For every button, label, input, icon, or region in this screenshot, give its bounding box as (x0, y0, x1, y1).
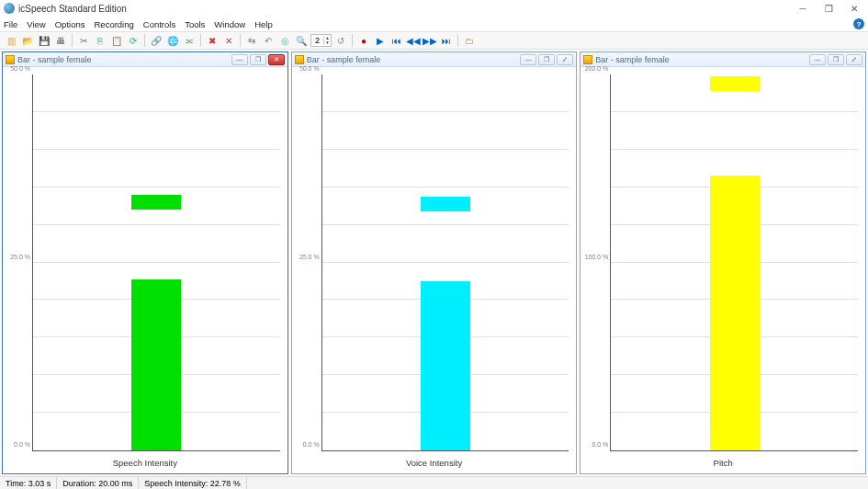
y-tick-label: 0.0 % (303, 441, 322, 448)
zoom-spinner[interactable]: 2 ▲▼ (310, 34, 332, 47)
panel-icon (6, 55, 15, 64)
new-icon[interactable]: ▥ (4, 33, 18, 48)
menu-view[interactable]: View (27, 19, 45, 29)
panel-title: Bar - sample female (307, 55, 518, 64)
chart-box: 0.0 %25.0 %50.0 % (32, 74, 280, 451)
chart-box: 0.0 %25.0 %50.0 % (321, 74, 569, 451)
menu-help[interactable]: Help (254, 19, 273, 29)
menu-file[interactable]: File (4, 19, 17, 29)
gridline (33, 262, 280, 263)
swap-icon[interactable]: ⇆ (244, 33, 259, 48)
chart-panel: Bar - sample female—❐✕0.0 %25.0 %50.0 %S… (2, 51, 288, 474)
skip-end-icon[interactable]: ⏭ (439, 33, 454, 48)
panel-maximize-button[interactable]: ❐ (250, 54, 266, 65)
folder-icon[interactable]: 🗀 (462, 33, 477, 48)
chart-area: 0.0 %25.0 %50.0 %Speech Intensity (3, 67, 287, 473)
y-tick-label: 0.0 % (14, 441, 33, 448)
chart-panel: Bar - sample female—❐⤢0.0 %25.0 %50.0 %V… (291, 51, 578, 474)
panel-maximize-button[interactable]: ❐ (828, 54, 844, 65)
chain-icon[interactable]: ⫘ (182, 33, 197, 48)
delete-icon[interactable]: ✖ (205, 33, 220, 48)
panel-title-bar: Bar - sample female—❐⤢ (581, 52, 865, 67)
undo-arrow-icon[interactable]: ↶ (261, 33, 276, 48)
panel-close-button[interactable]: ✕ (268, 54, 285, 65)
panel-minimize-button[interactable]: — (809, 54, 826, 65)
chart-panel: Bar - sample female—❐⤢0.0 %100.0 %200.0 … (580, 51, 866, 474)
zoom-icon[interactable]: 🔍 (294, 33, 309, 48)
menu-bar: File View Options Recording Controls Too… (0, 17, 868, 31)
panel-minimize-button[interactable]: — (520, 54, 536, 65)
gridline (322, 262, 569, 263)
toolbar-separator (144, 34, 145, 47)
panel-maximize-button[interactable]: ❐ (538, 54, 555, 65)
rewind-icon[interactable]: ◀◀ (406, 33, 421, 48)
gridline (322, 111, 569, 112)
minimize-button[interactable]: ─ (796, 2, 809, 15)
menu-window[interactable]: Window (214, 19, 245, 29)
save-icon[interactable]: 💾 (37, 33, 51, 48)
refresh-icon[interactable]: ⟳ (126, 33, 141, 48)
zoom-value: 2 (311, 36, 323, 45)
close-button[interactable]: ✕ (848, 2, 861, 15)
toolbar-separator (240, 34, 241, 47)
play-icon[interactable]: ▶ (373, 33, 388, 48)
toolbar-separator (457, 34, 458, 47)
status-intensity: Speech Intensity: 22.78 % (139, 477, 247, 489)
target-marker (131, 195, 181, 210)
x-axis-label: Speech Intensity (3, 458, 287, 468)
target-marker (710, 76, 760, 91)
chart-box: 0.0 %100.0 %200.0 % (610, 74, 858, 451)
panel-title-bar: Bar - sample female—❐⤢ (292, 52, 577, 67)
target-icon[interactable]: ◎ (277, 33, 292, 48)
toolbar-separator (200, 34, 201, 47)
y-tick-label: 50.0 % (10, 65, 33, 72)
panel-close-button[interactable]: ⤢ (846, 54, 862, 65)
data-bar (131, 279, 181, 451)
panel-icon (583, 55, 592, 64)
y-tick-label: 200.0 % (585, 65, 612, 72)
maximize-button[interactable]: ❐ (822, 2, 835, 15)
help-icon[interactable]: ? (853, 18, 864, 29)
panel-minimize-button[interactable]: — (231, 54, 248, 65)
status-duration: Duration: 20.00 ms (57, 477, 139, 489)
cut-icon[interactable]: ✂ (76, 33, 91, 48)
skip-start-icon[interactable]: ⏮ (389, 33, 404, 48)
y-tick-label: 50.0 % (299, 65, 322, 72)
toolbar: ▥ 📂 💾 🖶 ✂ ⎘ 📋 ⟳ 🔗 🌐 ⫘ ✖ ✕ ⇆ ↶ ◎ 🔍 2 ▲▼ ↺… (0, 31, 868, 50)
print-icon[interactable]: 🖶 (53, 33, 68, 48)
panel-title: Bar - sample female (595, 55, 806, 64)
copy-icon[interactable]: ⎘ (93, 33, 107, 48)
record-icon[interactable]: ● (356, 33, 371, 48)
y-tick-label: 100.0 % (585, 253, 612, 259)
menu-options[interactable]: Options (55, 19, 85, 29)
menu-controls[interactable]: Controls (143, 19, 175, 29)
gridline (33, 111, 280, 112)
gridline (322, 187, 569, 188)
status-bar: Time: 3.03 s Duration: 20.00 ms Speech I… (0, 476, 868, 489)
data-bar (710, 176, 760, 450)
gridline (322, 224, 569, 225)
app-logo-icon (4, 3, 15, 14)
gridline (33, 187, 280, 188)
data-bar (421, 281, 470, 450)
gridline (33, 224, 280, 225)
workspace: Bar - sample female—❐✕0.0 %25.0 %50.0 %S… (0, 50, 868, 476)
y-tick-label: 25.0 % (299, 253, 322, 259)
globe-icon[interactable]: 🌐 (165, 33, 180, 48)
toolbar-separator (352, 34, 353, 47)
link-icon[interactable]: 🔗 (149, 33, 163, 48)
y-tick-label: 0.0 % (592, 441, 611, 448)
toolbar-separator (72, 34, 73, 47)
menu-recording[interactable]: Recording (94, 19, 133, 29)
title-bar: icSpeech Standard Edition ─ ❐ ✕ (0, 0, 868, 17)
panel-close-button[interactable]: ⤢ (557, 54, 573, 65)
forward-icon[interactable]: ▶▶ (423, 33, 437, 48)
redx-icon[interactable]: ✕ (221, 33, 236, 48)
undo-icon[interactable]: ↺ (333, 33, 348, 48)
window-title: icSpeech Standard Edition (18, 4, 796, 14)
menu-tools[interactable]: Tools (185, 19, 205, 29)
x-axis-label: Voice Intensity (292, 458, 577, 468)
panel-icon (295, 55, 304, 64)
paste-icon[interactable]: 📋 (109, 33, 124, 48)
open-icon[interactable]: 📂 (20, 33, 35, 48)
